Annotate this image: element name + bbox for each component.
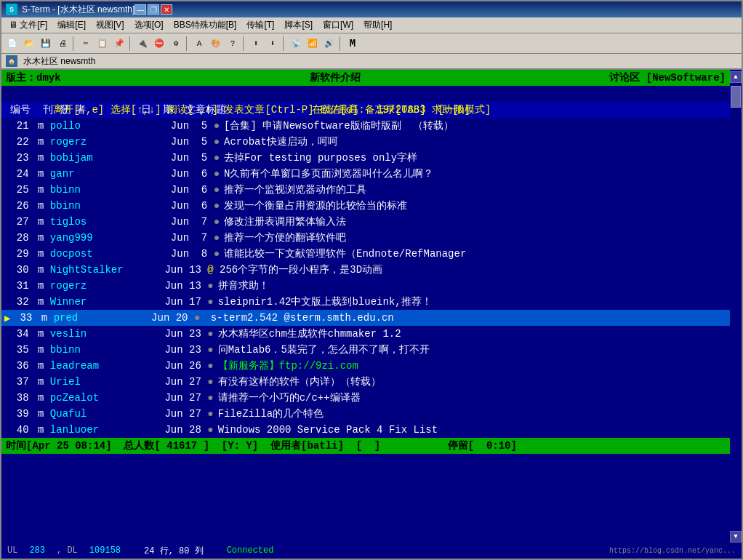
post-row-36[interactable]: 36 m leadream Jun 26 ●【新服务器】ftp://9zi.co… <box>1 358 730 374</box>
post-row-23[interactable]: 23 m bobijam Jun 5 ●去掉For testing purpos… <box>1 150 730 166</box>
tb-upload[interactable]: ⬆ <box>248 36 264 52</box>
tb-misc2[interactable]: 📶 <box>305 36 321 52</box>
post-row-38[interactable]: 38 m pcZealot Jun 27 ●请推荐一个小巧的c/c++编译器 <box>1 390 730 406</box>
menu-file[interactable]: 🖥 文件[F] <box>4 17 52 33</box>
menu-script[interactable]: 脚本[S] <box>280 17 317 33</box>
window-controls: — ❐ ✕ <box>134 4 172 15</box>
minimize-button[interactable]: — <box>134 4 146 15</box>
post-row-33[interactable]: ▶ 33 m pred Jun 20 ● s-term2.542 @sterm.… <box>1 310 730 326</box>
tb-disconnect[interactable]: ⛔ <box>151 36 167 52</box>
url-hint: https://blog.csdn.net/yanc... <box>609 547 736 555</box>
dl-sep: , DL <box>57 545 78 556</box>
tb-cut[interactable]: ✂ <box>78 36 94 52</box>
tb-print[interactable]: 🖨 <box>55 36 71 52</box>
tb-color[interactable]: 🎨 <box>208 36 224 52</box>
board-admin: 版主：dmyk <box>6 70 61 86</box>
post-row-24[interactable]: 24 m ganr Jun 6 ●N久前有个单窗口多页面浏览器叫什么名儿啊？ <box>1 166 730 182</box>
sep5 <box>283 36 286 51</box>
sep2 <box>129 36 132 51</box>
tb-misc3[interactable]: 🔊 <box>321 36 337 52</box>
menu-bar: 🖥 文件[F] 编辑[E] 视图[V] 选项[O] BBS特殊功能[B] 传输[… <box>1 17 742 33</box>
restore-button[interactable]: ❐ <box>148 4 159 15</box>
post-row-37[interactable]: 37 m Uriel Jun 27 ●有没有这样的软件（内详）（转载） <box>1 374 730 390</box>
post-row-30[interactable]: 30 m NightStalker Jun 13 @ 256个字节的一段小程序，… <box>1 262 730 278</box>
post-row-31[interactable]: 31 m rogerz Jun 13 ●拼音求助！ <box>1 278 730 294</box>
menu-options[interactable]: 选项[O] <box>130 17 168 33</box>
tb-connect[interactable]: 🔌 <box>134 36 150 52</box>
post-row-40[interactable]: 40 m lanluoer Jun 28 ●Windows 2000 Servi… <box>1 422 730 438</box>
tb-new[interactable]: 📄 <box>4 36 20 52</box>
tb-open[interactable]: 📂 <box>21 36 37 52</box>
post-row-34[interactable]: 34 m veslin Jun 23 ●水木精华区chm生成软件chmmaker… <box>1 326 730 342</box>
menu-window[interactable]: 窗口[W] <box>318 17 358 33</box>
title-text: S-Term - [水木社区 newsmth] <box>22 4 134 16</box>
post-row-26[interactable]: 26 m bbinn Jun 6 ●发现一个衡量占用资源的比较恰当的标准 <box>1 198 730 214</box>
post-row-21[interactable]: 21 m pollo Jun 5 ●[合集] 申请Newsoftware版临时版… <box>1 118 730 134</box>
post-row-27[interactable]: 27 m tiglos Jun 7 ●修改注册表调用繁体输入法 <box>1 214 730 230</box>
app-icon: S <box>6 4 17 15</box>
board-name: 新软件介绍 <box>310 70 361 86</box>
status-text: 时间[Apr 25 08:14] 总人数[ 41617 ] [Y: Y] 使用者… <box>6 439 517 452</box>
tb-help[interactable]: ? <box>225 36 241 52</box>
tb-download[interactable]: ⬇ <box>265 36 281 52</box>
cursor-indicator: ▶ <box>4 312 10 324</box>
tb-font[interactable]: A <box>191 36 207 52</box>
post-row-29[interactable]: 29 m docpost Jun 8 ●谁能比较一下文献管理软件（Endnote… <box>1 246 730 262</box>
scrollbar[interactable]: ▲ ▼ <box>730 70 742 543</box>
tb-settings[interactable]: ⚙ <box>168 36 184 52</box>
post-row-22[interactable]: 22 m rogerz Jun 5 ●Acrobat快速启动，呵呵 <box>1 134 730 150</box>
addr-text: 水木社区 newsmth <box>23 55 95 68</box>
post-row-32[interactable]: 32 m Winner Jun 17 ●sleipnir1.42中文版上载到bl… <box>1 294 730 310</box>
address-bar: 🏠 水木社区 newsmth <box>1 54 742 70</box>
nav-line: 离开[←,e] 选择[↑,↓] 阅读[→,r] 发表文章[Ctrl-P] 砍信[… <box>1 86 730 102</box>
position: 24 行, 80 列 <box>144 545 204 557</box>
tb-paste[interactable]: 📌 <box>111 36 127 52</box>
ul-label: UL <box>7 545 17 556</box>
board-header: 版主：dmyk 新软件介绍 讨论区 [NewSoftware] <box>1 70 730 86</box>
sep3 <box>186 36 189 51</box>
post-row-39[interactable]: 39 m Quaful Jun 27 ●FileZilla的几个特色 <box>1 406 730 422</box>
scroll-thumb[interactable] <box>731 86 741 108</box>
ul-value: 283 <box>29 545 45 556</box>
menu-view[interactable]: 视图[V] <box>92 17 129 33</box>
post-row-35[interactable]: 35 m bbinn Jun 23 ●问Matlab6．5装完了，怎么用不了啊，… <box>1 342 730 358</box>
bottom-bar: UL 283 , DL 109158 24 行, 80 列 Connected … <box>1 543 742 559</box>
status-line: 时间[Apr 25 08:14] 总人数[ 41617 ] [Y: Y] 使用者… <box>1 438 730 454</box>
tb-copy[interactable]: 📋 <box>95 36 111 52</box>
sep6 <box>340 36 342 51</box>
close-button[interactable]: ✕ <box>161 4 172 15</box>
menu-transfer[interactable]: 传输[T] <box>242 17 278 33</box>
post-row-28[interactable]: 28 m yang999 Jun 7 ●推荐一个方便的翻译软件吧 <box>1 230 730 246</box>
title-bar: S S-Term - [水木社区 newsmth] — ❐ ✕ <box>1 1 742 17</box>
sep1 <box>73 36 76 51</box>
board-section: 讨论区 [NewSoftware] <box>609 70 726 86</box>
sep4 <box>243 36 246 51</box>
menu-edit[interactable]: 编辑[E] <box>53 17 90 33</box>
menu-help[interactable]: 帮助[H] <box>359 17 396 33</box>
addr-icon: 🏠 <box>6 55 17 67</box>
conn-status: Connected <box>227 545 274 556</box>
scroll-down-button[interactable]: ▼ <box>730 531 742 543</box>
post-row-25[interactable]: 25 m bbinn Jun 6 ●推荐一个监视浏览器动作的工具 <box>1 182 730 198</box>
scroll-up-button[interactable]: ▲ <box>730 71 742 83</box>
tb-macro[interactable]: M <box>345 36 361 52</box>
dl-value: 109158 <box>89 545 121 556</box>
tb-misc1[interactable]: 📡 <box>288 36 304 52</box>
tb-save[interactable]: 💾 <box>38 36 54 52</box>
column-header: 编号 刊 登 者 日 期 文章标题 在线/最高: 19/20883 [一般模式] <box>1 102 730 118</box>
menu-bbs[interactable]: BBS特殊功能[B] <box>169 17 241 33</box>
toolbar: 📄 📂 💾 🖨 ✂ 📋 📌 🔌 ⛔ ⚙ A 🎨 ? ⬆ ⬇ 📡 📶 🔊 M <box>1 33 742 54</box>
terminal[interactable]: 版主：dmyk 新软件介绍 讨论区 [NewSoftware] 离开[←,e] … <box>1 70 730 543</box>
posts-list: 21 m pollo Jun 5 ●[合集] 申请Newsoftware版临时版… <box>1 118 730 438</box>
